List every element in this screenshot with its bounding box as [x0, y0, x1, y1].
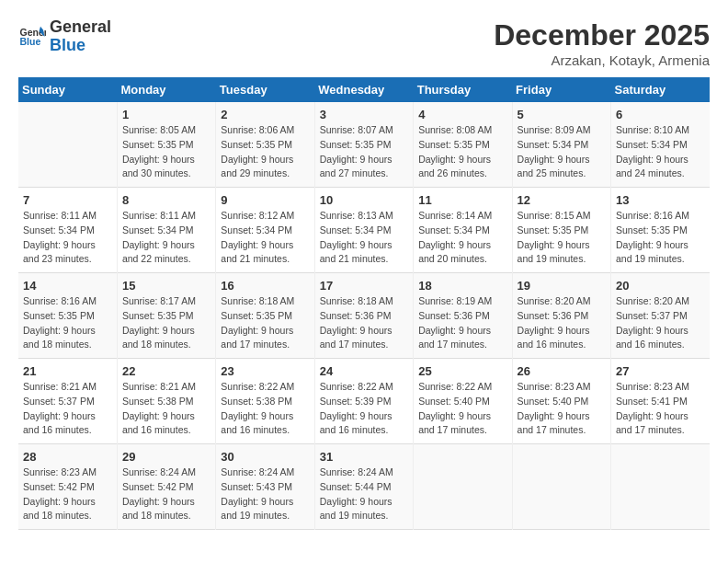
- calendar-cell: 30Sunrise: 8:24 AM Sunset: 5:43 PM Dayli…: [216, 444, 314, 530]
- day-number: 10: [320, 193, 408, 207]
- calendar-cell: [18, 102, 117, 188]
- calendar-cell: 22Sunrise: 8:21 AM Sunset: 5:38 PM Dayli…: [117, 359, 215, 444]
- day-number: 30: [221, 450, 309, 464]
- calendar-cell: 6Sunrise: 8:10 AM Sunset: 5:34 PM Daylig…: [611, 102, 710, 188]
- calendar-cell: 15Sunrise: 8:17 AM Sunset: 5:35 PM Dayli…: [117, 273, 215, 359]
- day-number: 13: [616, 193, 705, 207]
- calendar-cell: [414, 444, 512, 530]
- header-cell-monday: Monday: [117, 77, 215, 102]
- day-number: 26: [518, 364, 606, 378]
- day-info: Sunrise: 8:21 AM Sunset: 5:38 PM Dayligh…: [122, 380, 210, 438]
- day-number: 23: [221, 364, 309, 378]
- calendar-cell: 24Sunrise: 8:22 AM Sunset: 5:39 PM Dayli…: [314, 359, 413, 444]
- day-number: 1: [122, 108, 210, 121]
- day-number: 18: [418, 279, 506, 293]
- day-info: Sunrise: 8:18 AM Sunset: 5:36 PM Dayligh…: [320, 294, 408, 352]
- day-info: Sunrise: 8:18 AM Sunset: 5:35 PM Dayligh…: [221, 294, 309, 352]
- calendar-cell: 10Sunrise: 8:13 AM Sunset: 5:34 PM Dayli…: [314, 188, 413, 273]
- svg-text:Blue: Blue: [20, 36, 41, 47]
- calendar-cell: 2Sunrise: 8:06 AM Sunset: 5:35 PM Daylig…: [216, 102, 314, 188]
- day-number: 24: [320, 364, 408, 378]
- day-number: 9: [221, 193, 309, 207]
- day-number: 4: [418, 108, 506, 121]
- week-row-2: 7Sunrise: 8:11 AM Sunset: 5:34 PM Daylig…: [18, 188, 710, 273]
- day-number: 21: [23, 364, 112, 378]
- week-row-5: 28Sunrise: 8:23 AM Sunset: 5:42 PM Dayli…: [18, 444, 710, 530]
- calendar-cell: 19Sunrise: 8:20 AM Sunset: 5:36 PM Dayli…: [512, 273, 610, 359]
- day-number: 27: [616, 364, 705, 378]
- day-info: Sunrise: 8:08 AM Sunset: 5:35 PM Dayligh…: [418, 123, 506, 181]
- day-info: Sunrise: 8:23 AM Sunset: 5:42 PM Dayligh…: [23, 465, 112, 523]
- day-info: Sunrise: 8:13 AM Sunset: 5:34 PM Dayligh…: [320, 209, 408, 267]
- calendar-header: SundayMondayTuesdayWednesdayThursdayFrid…: [18, 77, 710, 102]
- calendar-cell: 18Sunrise: 8:19 AM Sunset: 5:36 PM Dayli…: [414, 273, 512, 359]
- day-number: 5: [518, 108, 606, 121]
- header-cell-wednesday: Wednesday: [314, 77, 413, 102]
- logo-text: General Blue: [50, 18, 111, 55]
- logo-icon: General Blue: [18, 23, 46, 51]
- day-number: 31: [320, 450, 408, 464]
- calendar-cell: 29Sunrise: 8:24 AM Sunset: 5:42 PM Dayli…: [117, 444, 215, 530]
- day-info: Sunrise: 8:20 AM Sunset: 5:36 PM Dayligh…: [518, 294, 606, 352]
- calendar-cell: 31Sunrise: 8:24 AM Sunset: 5:44 PM Dayli…: [314, 444, 413, 530]
- calendar-cell: 25Sunrise: 8:22 AM Sunset: 5:40 PM Dayli…: [414, 359, 512, 444]
- day-info: Sunrise: 8:07 AM Sunset: 5:35 PM Dayligh…: [320, 123, 408, 181]
- calendar-cell: 1Sunrise: 8:05 AM Sunset: 5:35 PM Daylig…: [117, 102, 215, 188]
- calendar-cell: 23Sunrise: 8:22 AM Sunset: 5:38 PM Dayli…: [216, 359, 314, 444]
- calendar-cell: 17Sunrise: 8:18 AM Sunset: 5:36 PM Dayli…: [314, 273, 413, 359]
- day-number: 8: [122, 193, 210, 207]
- day-info: Sunrise: 8:22 AM Sunset: 5:40 PM Dayligh…: [418, 380, 506, 438]
- header-row: SundayMondayTuesdayWednesdayThursdayFrid…: [18, 77, 710, 102]
- day-info: Sunrise: 8:24 AM Sunset: 5:44 PM Dayligh…: [320, 465, 408, 523]
- calendar-cell: 27Sunrise: 8:23 AM Sunset: 5:41 PM Dayli…: [611, 359, 710, 444]
- day-info: Sunrise: 8:05 AM Sunset: 5:35 PM Dayligh…: [122, 123, 210, 181]
- calendar-cell: 13Sunrise: 8:16 AM Sunset: 5:35 PM Dayli…: [611, 188, 710, 273]
- day-number: 22: [122, 364, 210, 378]
- day-number: 20: [616, 279, 705, 293]
- day-number: 28: [23, 450, 112, 464]
- calendar-cell: 8Sunrise: 8:11 AM Sunset: 5:34 PM Daylig…: [117, 188, 215, 273]
- header-cell-tuesday: Tuesday: [216, 77, 314, 102]
- week-row-1: 1Sunrise: 8:05 AM Sunset: 5:35 PM Daylig…: [18, 102, 710, 188]
- day-info: Sunrise: 8:21 AM Sunset: 5:37 PM Dayligh…: [23, 380, 112, 438]
- day-number: 19: [518, 279, 606, 293]
- day-number: 29: [122, 450, 210, 464]
- header-cell-sunday: Sunday: [18, 77, 117, 102]
- page-header: General Blue General Blue December 2025 …: [18, 18, 710, 68]
- calendar-cell: [611, 444, 710, 530]
- calendar-cell: [512, 444, 610, 530]
- day-number: 17: [320, 279, 408, 293]
- day-number: 11: [418, 193, 506, 207]
- day-info: Sunrise: 8:22 AM Sunset: 5:38 PM Dayligh…: [221, 380, 309, 438]
- day-number: 12: [518, 193, 606, 207]
- logo: General Blue General Blue: [18, 18, 111, 55]
- calendar-cell: 26Sunrise: 8:23 AM Sunset: 5:40 PM Dayli…: [512, 359, 610, 444]
- week-row-4: 21Sunrise: 8:21 AM Sunset: 5:37 PM Dayli…: [18, 359, 710, 444]
- calendar-cell: 5Sunrise: 8:09 AM Sunset: 5:34 PM Daylig…: [512, 102, 610, 188]
- day-info: Sunrise: 8:22 AM Sunset: 5:39 PM Dayligh…: [320, 380, 408, 438]
- day-info: Sunrise: 8:24 AM Sunset: 5:43 PM Dayligh…: [221, 465, 309, 523]
- location-subtitle: Arzakan, Kotayk, Armenia: [494, 52, 710, 68]
- calendar-cell: 20Sunrise: 8:20 AM Sunset: 5:37 PM Dayli…: [611, 273, 710, 359]
- day-info: Sunrise: 8:23 AM Sunset: 5:41 PM Dayligh…: [616, 380, 705, 438]
- day-info: Sunrise: 8:09 AM Sunset: 5:34 PM Dayligh…: [518, 123, 606, 181]
- day-number: 3: [320, 108, 408, 121]
- day-number: 2: [221, 108, 309, 121]
- title-block: December 2025 Arzakan, Kotayk, Armenia: [494, 18, 710, 68]
- day-info: Sunrise: 8:12 AM Sunset: 5:34 PM Dayligh…: [221, 209, 309, 267]
- day-number: 16: [221, 279, 309, 293]
- calendar-cell: 21Sunrise: 8:21 AM Sunset: 5:37 PM Dayli…: [18, 359, 117, 444]
- day-info: Sunrise: 8:11 AM Sunset: 5:34 PM Dayligh…: [23, 209, 112, 267]
- calendar-cell: 4Sunrise: 8:08 AM Sunset: 5:35 PM Daylig…: [414, 102, 512, 188]
- day-info: Sunrise: 8:19 AM Sunset: 5:36 PM Dayligh…: [418, 294, 506, 352]
- day-number: 14: [23, 279, 112, 293]
- day-info: Sunrise: 8:20 AM Sunset: 5:37 PM Dayligh…: [616, 294, 705, 352]
- day-info: Sunrise: 8:16 AM Sunset: 5:35 PM Dayligh…: [616, 209, 705, 267]
- day-number: 15: [122, 279, 210, 293]
- day-info: Sunrise: 8:11 AM Sunset: 5:34 PM Dayligh…: [122, 209, 210, 267]
- calendar-cell: 14Sunrise: 8:16 AM Sunset: 5:35 PM Dayli…: [18, 273, 117, 359]
- day-info: Sunrise: 8:23 AM Sunset: 5:40 PM Dayligh…: [518, 380, 606, 438]
- calendar-cell: 11Sunrise: 8:14 AM Sunset: 5:34 PM Dayli…: [414, 188, 512, 273]
- header-cell-thursday: Thursday: [414, 77, 512, 102]
- calendar-cell: 16Sunrise: 8:18 AM Sunset: 5:35 PM Dayli…: [216, 273, 314, 359]
